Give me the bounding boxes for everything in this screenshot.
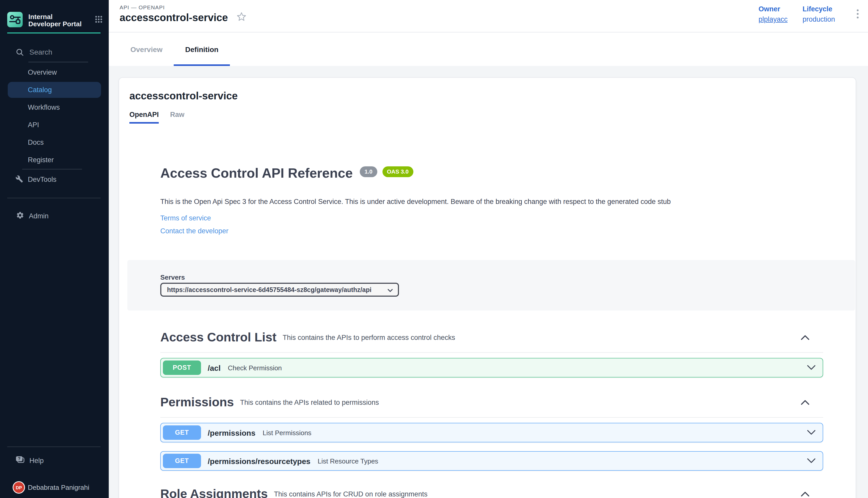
sidebar-item-devtools[interactable]: DevTools [0, 171, 109, 187]
user-name: Debabrata Panigrahi [28, 484, 89, 491]
tab-openapi[interactable]: OpenAPI [129, 111, 159, 123]
api-sections: Access Control List This contains the AP… [160, 330, 823, 498]
sidebar-bottom: ? Help DP Debabrata Panigrahi [0, 446, 109, 498]
content-area: accesscontrol-service OpenAPI Raw Access… [109, 66, 868, 498]
owner-block: Owner plplayacc [758, 5, 788, 23]
lifecycle-value: production [803, 15, 835, 23]
contact-developer-link[interactable]: Contact the developer [160, 227, 856, 235]
lifecycle-label: Lifecycle [803, 5, 835, 13]
expand-operation-icon[interactable] [807, 458, 815, 463]
section-permissions: Permissions This contains the APIs relat… [160, 395, 823, 471]
tab-overview[interactable]: Overview [119, 32, 174, 66]
more-options-icon[interactable] [854, 6, 862, 24]
method-badge: POST [163, 361, 201, 375]
terms-of-service-link[interactable]: Terms of service [160, 214, 856, 222]
api-info: Access Control API Reference 1.0 OAS 3.0 [160, 166, 856, 180]
definition-format-tabs: OpenAPI Raw [129, 111, 856, 123]
tab-definition[interactable]: Definition [174, 32, 230, 66]
sidebar: Internal Developer Portal Overview [0, 0, 109, 498]
collapse-section-icon[interactable] [801, 399, 810, 405]
section-access-control-list: Access Control List This contains the AP… [160, 330, 823, 378]
sidebar-divider [7, 446, 101, 447]
version-badge: 1.0 [360, 166, 377, 177]
oas-badge: OAS 3.0 [382, 166, 413, 177]
star-icon[interactable] [237, 12, 246, 24]
operation-get-permissions-resourcetypes[interactable]: GET /permissions/resourcetypes List Reso… [160, 451, 823, 471]
expand-operation-icon[interactable] [807, 430, 815, 435]
servers-select[interactable]: https://accesscontrol-service-6d45755484… [160, 283, 399, 297]
breadcrumb: API — OPENAPI [119, 4, 246, 10]
search-input[interactable] [28, 48, 88, 57]
owner-label: Owner [758, 5, 788, 13]
sidebar-divider [7, 198, 101, 198]
section-title: Access Control List [160, 330, 277, 344]
sidebar-item-label: Admin [29, 212, 49, 220]
user-menu[interactable]: DP Debabrata Panigrahi [0, 477, 109, 498]
sidebar-item-label: Help [29, 457, 44, 464]
header-left: API — OPENAPI accesscontrol-service [119, 0, 246, 32]
brand-title: Internal Developer Portal [28, 12, 82, 28]
section-divider [160, 352, 823, 353]
servers-panel: Servers https://accesscontrol-service-6d… [127, 260, 855, 311]
section-description: This contains APIs for CRUD on role assi… [274, 490, 427, 498]
sidebar-item-api[interactable]: API [0, 117, 109, 133]
svg-text:?: ? [18, 456, 20, 461]
sidebar-item-overview[interactable]: Overview [0, 64, 109, 80]
brand-accent-rule [7, 32, 101, 34]
operation-get-permissions[interactable]: GET /permissions List Permissions [160, 423, 823, 442]
gear-icon [16, 211, 24, 221]
page-title: accesscontrol-service [119, 12, 228, 24]
entity-tab-bar: Overview Definition [109, 32, 868, 66]
swagger-ui: Access Control API Reference 1.0 OAS 3.0… [119, 166, 856, 498]
avatar: DP [13, 482, 24, 493]
main-area: API — OPENAPI accesscontrol-service Owne… [109, 0, 868, 498]
sidebar-item-register[interactable]: Register [0, 152, 109, 168]
operation-path: /permissions [208, 428, 255, 437]
definition-card: accesscontrol-service OpenAPI Raw Access… [118, 77, 856, 498]
section-title: Permissions [160, 395, 234, 409]
owner-link[interactable]: plplayacc [758, 15, 788, 23]
sidebar-nav: Overview Catalog Workflows API Docs Regi… [0, 64, 109, 168]
collapse-section-icon[interactable] [801, 335, 810, 340]
sidebar-item-help[interactable]: ? Help [0, 453, 109, 469]
expand-operation-icon[interactable] [807, 365, 815, 370]
section-title: Role Assignments [160, 487, 268, 498]
servers-selected-url: https://accesscontrol-service-6d45755484… [167, 286, 371, 293]
section-divider [160, 417, 823, 418]
sidebar-item-docs[interactable]: Docs [0, 134, 109, 150]
api-title: Access Control API Reference [160, 166, 353, 180]
sidebar-divider [22, 169, 82, 169]
sidebar-item-admin[interactable]: Admin [0, 208, 109, 224]
help-chat-icon: ? [15, 456, 25, 466]
section-description: This contains the APIs related to permis… [240, 398, 379, 406]
collapse-section-icon[interactable] [801, 491, 810, 497]
header-meta: Owner plplayacc Lifecycle production [758, 0, 862, 32]
operation-summary: List Resource Types [318, 457, 378, 465]
card-title: accesscontrol-service [129, 90, 856, 102]
chevron-down-icon [387, 286, 393, 293]
sidebar-search [0, 49, 109, 62]
brand: Internal Developer Portal [0, 0, 109, 28]
section-description: This contains the APIs to perform access… [283, 333, 455, 341]
page-header: API — OPENAPI accesscontrol-service Owne… [109, 0, 868, 32]
app-grid-icon[interactable] [95, 15, 103, 28]
method-badge: GET [163, 454, 201, 468]
servers-label: Servers [160, 274, 855, 281]
portal-logo-icon [7, 12, 23, 27]
operation-summary: List Permissions [263, 429, 311, 436]
sidebar-item-catalog[interactable]: Catalog [8, 82, 101, 98]
wrench-icon [15, 175, 23, 184]
tab-raw[interactable]: Raw [170, 111, 184, 123]
method-badge: GET [163, 425, 201, 440]
operation-post-acl[interactable]: POST /acl Check Permission [160, 358, 823, 378]
operation-path: /acl [208, 363, 221, 372]
operation-path: /permissions/resourcetypes [208, 457, 310, 465]
sidebar-item-label: DevTools [28, 175, 56, 183]
app-window: Internal Developer Portal Overview [0, 0, 868, 498]
sidebar-item-workflows[interactable]: Workflows [0, 100, 109, 115]
search-icon [16, 49, 24, 58]
lifecycle-block: Lifecycle production [803, 5, 835, 23]
operation-summary: Check Permission [228, 364, 282, 371]
section-role-assignments: Role Assignments This contains APIs for … [160, 487, 823, 498]
api-description: This is the Open Api Spec 3 for the Acce… [160, 198, 814, 206]
